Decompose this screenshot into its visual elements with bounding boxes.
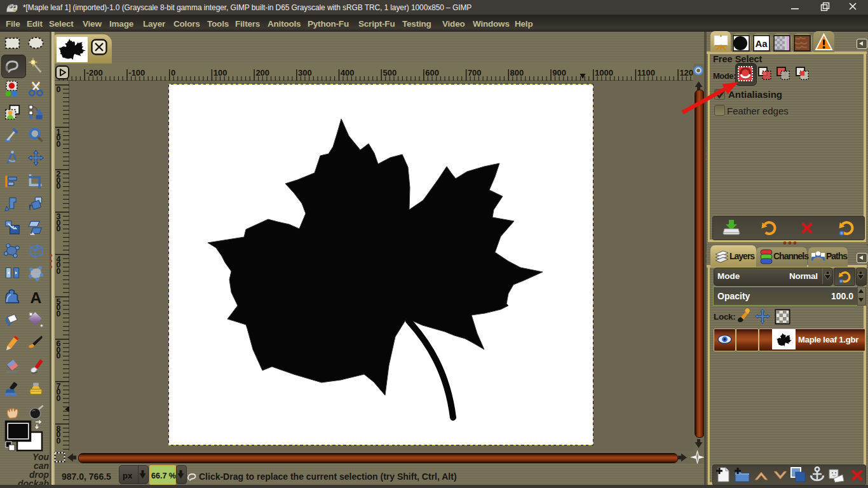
svg-text:-200: -200 bbox=[86, 68, 103, 78]
svg-text:1100: 1100 bbox=[637, 68, 655, 78]
svg-text:0: 0 bbox=[57, 309, 61, 318]
svg-text:0: 0 bbox=[57, 85, 61, 94]
svg-text:700: 700 bbox=[468, 68, 482, 78]
svg-text:1000: 1000 bbox=[595, 68, 613, 78]
svg-text:0: 0 bbox=[57, 437, 61, 445]
svg-text:0: 0 bbox=[57, 182, 61, 191]
svg-text:800: 800 bbox=[510, 68, 524, 78]
svg-text:0: 0 bbox=[57, 267, 61, 276]
svg-text:0: 0 bbox=[171, 68, 175, 78]
svg-text:-100: -100 bbox=[128, 68, 145, 78]
svg-text:600: 600 bbox=[425, 68, 439, 78]
svg-text:200: 200 bbox=[255, 68, 269, 78]
svg-text:900: 900 bbox=[552, 68, 566, 78]
svg-text:Aa: Aa bbox=[755, 38, 768, 49]
svg-text:A: A bbox=[31, 289, 42, 306]
svg-text:0: 0 bbox=[57, 140, 61, 149]
svg-text:100: 100 bbox=[214, 68, 227, 78]
svg-text:300: 300 bbox=[298, 68, 312, 78]
svg-text:0: 0 bbox=[57, 224, 61, 233]
svg-text:500: 500 bbox=[383, 68, 397, 78]
svg-text:0: 0 bbox=[57, 394, 61, 403]
svg-text:400: 400 bbox=[341, 68, 355, 78]
svg-text:0: 0 bbox=[57, 351, 61, 360]
